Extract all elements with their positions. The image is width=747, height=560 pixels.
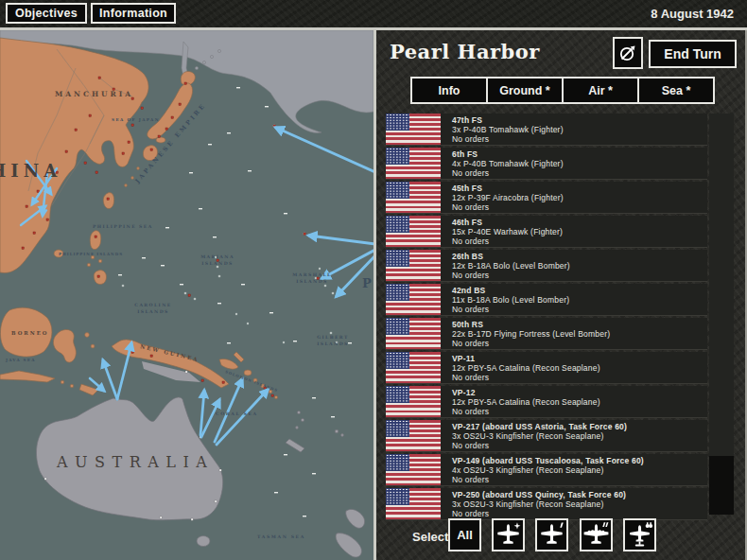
end-turn-button[interactable]: End Turn	[649, 40, 737, 68]
clear-orders-button[interactable]	[613, 37, 643, 69]
select-label: Select:	[412, 530, 453, 544]
us-flag-icon	[386, 386, 441, 417]
objectives-button[interactable]: Objectives	[6, 3, 87, 24]
unit-aircraft: 12x PBY-5A Catalina (Recon Seaplane)	[452, 363, 600, 373]
label-coral-sea: CORAL SEA	[216, 411, 258, 416]
map-container[interactable]: MANCHURIA CHINA JAPANESE EMPIRE SEA OF J…	[0, 30, 374, 560]
unit-list: 47th FS 3x P-40B Tomahawk (Fighter) No o…	[386, 114, 707, 522]
unit-row[interactable]: VP-250 (aboard USS Quincy, Task Force 60…	[386, 488, 707, 520]
label-tasman-sea: TASMAN SEA	[257, 534, 305, 539]
label-mariana: MARIANA	[200, 254, 235, 259]
unit-list-scrollbar[interactable]	[709, 114, 734, 515]
location-panel: Pearl Harbor End Turn Info Ground * Air …	[374, 30, 747, 560]
unit-row[interactable]: VP-11 12x PBY-5A Catalina (Recon Seaplan…	[386, 352, 707, 384]
unit-orders: No orders	[452, 271, 570, 280]
select-bar: Select: All	[376, 517, 745, 555]
unit-name: VP-217 (aboard USS Astoria, Task Force 6…	[452, 422, 627, 431]
tab-sea[interactable]: Sea *	[639, 79, 713, 102]
unit-orders: No orders	[452, 441, 627, 450]
unit-row[interactable]: 26th BS 12x B-18A Bolo (Level Bomber) No…	[386, 250, 707, 282]
unit-orders: No orders	[452, 202, 564, 212]
unit-name: 45th FS	[452, 184, 564, 193]
fighter-filter-button[interactable]	[492, 518, 525, 551]
label-gilbert-islands: ISLANDS	[317, 341, 349, 346]
unit-row[interactable]: 42nd BS 11x B-18A Bolo (Level Bomber) No…	[386, 284, 707, 316]
unit-row[interactable]: VP-149 (aboard USS Tuscaloosa, Task Forc…	[386, 454, 707, 486]
unit-aircraft: 12x PBY-5A Catalina (Recon Seaplane)	[452, 397, 600, 407]
unit-row[interactable]: 46th FS 15x P-40E Warhawk (Fighter) No o…	[386, 216, 707, 248]
unit-row[interactable]: 6th FS 4x P-40B Tomahawk (Fighter) No or…	[386, 148, 707, 180]
label-philippine-islands: PHILIPPINE ISLANDS	[59, 252, 123, 256]
label-caroline: CAROLINE	[134, 303, 171, 307]
game-date-label: 8 August 1942	[651, 0, 734, 27]
label-sea-of-japan: SEA OF JAPAN	[112, 117, 160, 122]
tab-air[interactable]: Air *	[564, 79, 639, 102]
unit-orders: No orders	[452, 339, 610, 348]
unit-name: 42nd BS	[452, 286, 569, 295]
label-pacific-p: P	[362, 276, 372, 290]
fighter-icon	[494, 520, 523, 550]
information-button[interactable]: Information	[91, 3, 176, 24]
game-screen: Objectives Information 8 August 1942	[0, 0, 747, 560]
label-china: CHINA	[0, 161, 61, 181]
tab-ground[interactable]: Ground *	[488, 79, 564, 102]
level-bomber-icon	[537, 520, 566, 550]
unit-name: VP-149 (aboard USS Tuscaloosa, Task Forc…	[452, 456, 644, 465]
us-flag-icon	[386, 352, 441, 383]
unit-name: VP-12	[452, 388, 600, 397]
label-borneo: BORNEO	[11, 330, 49, 336]
us-flag-icon	[386, 216, 441, 247]
unit-row[interactable]: 47th FS 3x P-40B Tomahawk (Fighter) No o…	[386, 114, 707, 146]
us-flag-icon	[386, 420, 441, 451]
circle-slash-icon	[617, 42, 639, 64]
unit-aircraft: 4x OS2U-3 Kingfisher (Recon Seaplane)	[452, 465, 644, 475]
unit-name: 6th FS	[452, 149, 564, 159]
label-caroline-islands: ISLANDS	[137, 309, 169, 314]
unit-aircraft: 15x P-40E Warhawk (Fighter)	[452, 227, 563, 236]
us-flag-icon	[386, 148, 441, 179]
unit-row[interactable]: VP-12 12x PBY-5A Catalina (Recon Seaplan…	[386, 386, 707, 418]
unit-orders: No orders	[452, 305, 569, 314]
location-title: Pearl Harbor	[390, 40, 540, 63]
us-flag-icon	[386, 454, 441, 485]
recon-seaplane-filter-button[interactable]	[623, 518, 656, 551]
label-marshall-islands: ISLANDS	[296, 279, 328, 284]
unit-orders: No orders	[452, 407, 600, 416]
select-all-button[interactable]: All	[448, 518, 481, 551]
unit-aircraft: 4x P-40B Tomahawk (Fighter)	[452, 159, 564, 168]
label-philippine-sea: PHILIPPINE SEA	[93, 224, 153, 229]
recon-seaplane-icon	[625, 520, 654, 550]
us-flag-icon	[386, 114, 441, 145]
label-marshall: MARSHALL	[292, 272, 331, 277]
us-flag-icon	[386, 250, 441, 281]
unit-name: 47th FS	[452, 115, 564, 125]
unit-name: VP-11	[452, 354, 600, 363]
heavy-bomber-filter-button[interactable]	[580, 518, 613, 551]
label-gilbert: GILBERT	[317, 335, 349, 340]
us-flag-icon	[386, 488, 441, 519]
unit-name: 50th RS	[452, 320, 610, 329]
us-flag-icon	[386, 284, 441, 315]
us-flag-icon	[386, 182, 441, 213]
unit-orders: No orders	[452, 134, 564, 144]
topbar-divider	[0, 27, 747, 30]
unit-aircraft: 12x B-18A Bolo (Level Bomber)	[452, 261, 570, 271]
label-manchuria: MANCHURIA	[55, 90, 133, 98]
level-bomber-filter-button[interactable]	[535, 518, 568, 551]
unit-aircraft: 22x B-17D Flying Fortress (Level Bomber)	[452, 329, 610, 339]
unit-row[interactable]: 50th RS 22x B-17D Flying Fortress (Level…	[386, 318, 707, 350]
unit-row[interactable]: VP-217 (aboard USS Astoria, Task Force 6…	[386, 420, 707, 452]
scrollbar-thumb[interactable]	[709, 456, 734, 515]
unit-row[interactable]: 45th FS 12x P-39F Airacobra (Fighter) No…	[386, 182, 707, 214]
pacific-map[interactable]: MANCHURIA CHINA JAPANESE EMPIRE SEA OF J…	[0, 30, 374, 560]
us-flag-icon	[386, 318, 441, 349]
heavy-bomber-icon	[582, 520, 611, 550]
panel-tabs: Info Ground * Air * Sea *	[410, 77, 715, 104]
unit-aircraft: 3x P-40B Tomahawk (Fighter)	[452, 125, 564, 134]
unit-aircraft: 3x OS2U-3 Kingfisher (Recon Seaplane)	[452, 499, 626, 509]
unit-aircraft: 12x P-39F Airacobra (Fighter)	[452, 193, 564, 202]
label-mariana-islands: ISLANDS	[201, 261, 234, 266]
label-australia: AUSTRALIA	[56, 453, 214, 471]
top-bar: Objectives Information 8 August 1942	[0, 0, 747, 27]
tab-info[interactable]: Info	[412, 79, 488, 102]
